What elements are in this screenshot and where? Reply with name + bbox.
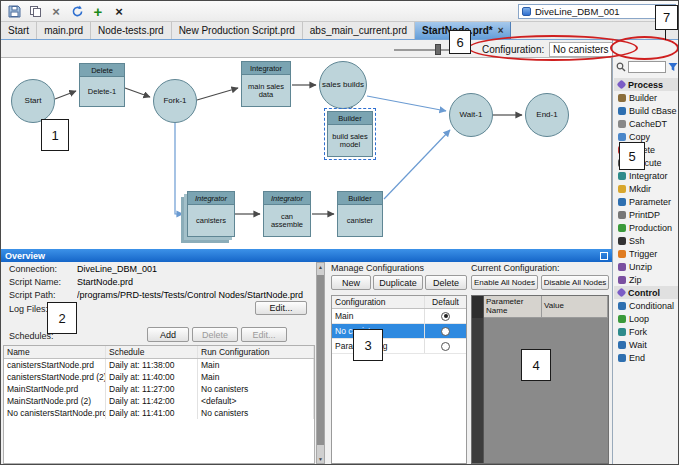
mkdir-icon xyxy=(618,185,626,193)
build-cbase-icon xyxy=(618,107,626,115)
pin-icon[interactable] xyxy=(600,252,608,260)
node-builder-canister[interactable]: Builder canister xyxy=(337,191,383,237)
control-group-icon xyxy=(617,288,627,298)
column-run-configuration[interactable]: Run Configuration xyxy=(198,346,314,358)
overview-scrollbar[interactable]: ▲ ▼ xyxy=(316,262,325,464)
document-tabs: Start main.prd Node-tests.prd New Produc… xyxy=(1,22,679,40)
filter-icon[interactable] xyxy=(668,62,678,72)
callout-7-connector xyxy=(665,30,666,40)
scrollbar-thumb[interactable] xyxy=(317,275,324,445)
copy-icon[interactable] xyxy=(26,3,44,20)
script-path-label: Script Path: xyxy=(9,290,56,300)
overview-title: Overview xyxy=(5,251,45,261)
schedule-row[interactable]: MainStartNode.prd (2)Daily at: 11:42:00<… xyxy=(4,395,314,407)
palette-item-integrator[interactable]: Integrator xyxy=(614,169,679,182)
node-end-1[interactable]: End-1 xyxy=(525,93,569,137)
row-selector-corner xyxy=(472,296,484,318)
node-builder-sales[interactable]: Builder build sales model xyxy=(327,111,373,157)
workflow-canvas[interactable]: Start Delete Delete-1 Fork-1 Integrator … xyxy=(1,58,612,249)
palette-item-conditional[interactable]: Conditional xyxy=(614,299,679,312)
node-start[interactable]: Start xyxy=(11,79,55,123)
node-delete[interactable]: Delete Delete-1 xyxy=(79,63,125,107)
column-schedule[interactable]: Schedule xyxy=(106,346,198,358)
default-radio[interactable] xyxy=(441,342,450,351)
tab-node-tests-prd[interactable]: Node-tests.prd xyxy=(91,22,172,39)
enable-all-nodes-button[interactable]: Enable All Nodes xyxy=(471,275,538,290)
node-integrator-main[interactable]: Integrator main sales data xyxy=(241,61,291,107)
zip-icon xyxy=(618,276,626,284)
schedule-row[interactable]: canistersStartNode.prd (2)Daily at: 11:4… xyxy=(4,371,314,383)
palette-item-ssh[interactable]: Ssh xyxy=(614,234,679,247)
palette-item-build-cbase[interactable]: Build cBase xyxy=(614,104,679,117)
schedule-delete-button[interactable]: Delete xyxy=(192,327,238,342)
zoom-slider-thumb[interactable] xyxy=(435,44,441,55)
palette-group-process[interactable]: Process xyxy=(614,78,679,91)
fork-icon xyxy=(618,328,626,336)
palette-item-printdp[interactable]: PrintDP xyxy=(614,208,679,221)
node-fork-1[interactable]: Fork-1 xyxy=(153,79,197,123)
palette-item-zip[interactable]: Zip xyxy=(614,273,679,286)
log-files-edit-button[interactable]: Edit... xyxy=(255,301,307,315)
config-delete-button[interactable]: Delete xyxy=(425,275,467,290)
wait-icon xyxy=(618,341,626,349)
tab-abs-main-current-prd[interactable]: abs_main_current.prd xyxy=(303,22,415,39)
callout-7: 7 xyxy=(655,5,678,30)
schedule-row[interactable]: No canistersStartNode.prd (3)Daily at: 1… xyxy=(4,407,314,419)
node-integrator-assemble[interactable]: Integrator can assemble xyxy=(263,191,311,237)
palette-item-trigger[interactable]: Trigger xyxy=(614,247,679,260)
configuration-row-main[interactable]: Main xyxy=(332,309,466,324)
schedule-row[interactable]: canistersStartNode.prdDaily at: 11:38:00… xyxy=(4,359,314,371)
node-wait-1[interactable]: Wait-1 xyxy=(449,93,493,137)
callout-4: 4 xyxy=(521,349,551,381)
schedule-edit-button[interactable]: Edit... xyxy=(241,327,287,342)
palette-item-wait[interactable]: Wait xyxy=(614,338,679,351)
palette-item-loop[interactable]: Loop xyxy=(614,312,679,325)
tab-new-production-script-prd[interactable]: New Production Script.prd xyxy=(172,22,303,39)
callout-5: 5 xyxy=(619,142,645,170)
tab-start[interactable]: Start xyxy=(1,22,37,39)
config-new-button[interactable]: New xyxy=(331,275,371,290)
schedule-add-button[interactable]: Add xyxy=(147,327,189,342)
palette-item-mkdir[interactable]: Mkdir xyxy=(614,182,679,195)
add-icon[interactable]: + xyxy=(89,3,107,20)
node-palette: Process Builder Build cBase CacheDT Copy… xyxy=(612,40,679,465)
node-sales-builds[interactable]: sales builds xyxy=(319,61,367,109)
ssh-icon xyxy=(618,237,626,245)
node-integrator-canisters[interactable]: Integrator canisters xyxy=(187,191,235,237)
palette-item-parameter[interactable]: Parameter xyxy=(614,195,679,208)
palette-item-cachedt[interactable]: CacheDT xyxy=(614,117,679,130)
palette-item-production[interactable]: Production xyxy=(614,221,679,234)
scroll-up-icon[interactable]: ▲ xyxy=(317,264,324,270)
default-radio[interactable] xyxy=(441,312,450,321)
configurations-table-header: Configuration Default xyxy=(332,296,466,309)
palette-item-unzip[interactable]: Unzip xyxy=(614,260,679,273)
schedule-row[interactable]: MainStartNode.prdDaily at: 11:27:00No ca… xyxy=(4,383,314,395)
connection-selector[interactable]: DiveLine_DBM_001 xyxy=(518,4,676,19)
palette-group-control[interactable]: Control xyxy=(614,286,679,299)
delete-icon[interactable]: × xyxy=(110,3,128,20)
tab-main-prd[interactable]: main.prd xyxy=(37,22,91,39)
palette-item-fork[interactable]: Fork xyxy=(614,325,679,338)
end-icon xyxy=(618,354,626,362)
manage-configurations-title: Manage Configurations xyxy=(331,263,424,273)
scroll-down-icon[interactable]: ▼ xyxy=(317,456,324,462)
palette-list: Process Builder Build cBase CacheDT Copy… xyxy=(614,78,679,364)
search-icon xyxy=(616,62,626,72)
palette-item-builder[interactable]: Builder xyxy=(614,91,679,104)
column-default: Default xyxy=(424,296,466,308)
tab-close-icon[interactable]: × xyxy=(498,25,504,36)
column-value: Value xyxy=(542,296,608,318)
refresh-icon[interactable] xyxy=(68,3,86,20)
palette-item-end[interactable]: End xyxy=(614,351,679,364)
default-radio[interactable] xyxy=(441,327,450,336)
column-name[interactable]: Name xyxy=(4,346,106,358)
disable-all-nodes-button[interactable]: Disable All Nodes xyxy=(541,275,609,290)
parameters-table-body[interactable] xyxy=(472,318,608,463)
callout-1: 1 xyxy=(41,119,69,151)
close-gray-icon[interactable]: × xyxy=(47,3,65,20)
save-icon[interactable] xyxy=(5,3,23,20)
palette-search-input[interactable] xyxy=(628,61,666,73)
column-configuration: Configuration xyxy=(332,297,424,307)
application-window: × + × DiveLine_DBM_001 Start main.prd No… xyxy=(0,0,679,465)
config-duplicate-button[interactable]: Duplicate xyxy=(373,275,423,290)
